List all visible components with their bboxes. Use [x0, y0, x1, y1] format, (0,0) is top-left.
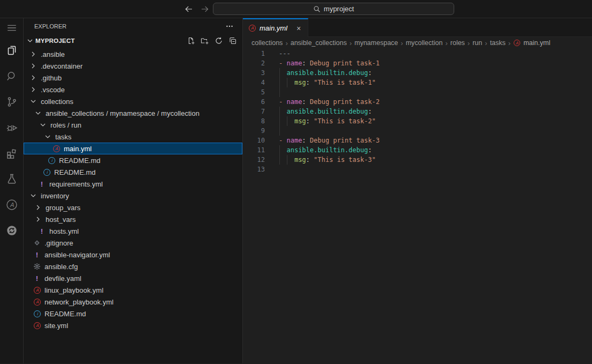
breadcrumb-separator-icon: › [508, 39, 510, 47]
tree-item-network-playbook-yml[interactable]: Anetwork_playbook.yml [24, 296, 242, 308]
tree-item-linux-playbook-yml[interactable]: Alinux_playbook.yml [24, 284, 242, 296]
tree-item-ansible[interactable]: .ansible [24, 48, 242, 60]
chevron-right-icon[interactable] [29, 85, 38, 94]
close-tab-icon[interactable]: × [294, 24, 304, 33]
tree-item-collections[interactable]: collections [24, 95, 242, 107]
chevron-right-icon[interactable] [34, 215, 42, 224]
code-line-content: msg: "This is task-2" [279, 116, 376, 126]
tree-item-gitignore[interactable]: .gitignore [24, 237, 242, 249]
tree-item-host-vars[interactable]: host_vars [24, 213, 242, 225]
tree-item-readme-md[interactable]: iREADME.md [24, 166, 242, 178]
tree-item-ansible-cfg[interactable]: ansible.cfg [24, 261, 242, 272]
breadcrumb-item[interactable]: mycollection [406, 39, 443, 47]
tree-item-vscode[interactable]: .vscode [24, 84, 242, 95]
breadcrumb-item[interactable]: tasks [490, 39, 506, 47]
chevron-right-icon[interactable] [29, 62, 38, 70]
svg-text:A: A [10, 202, 14, 209]
code-line[interactable]: 7 ansible.builtin.debug: [243, 107, 592, 116]
explorer-icon[interactable] [0, 38, 23, 63]
info-file-icon: i [33, 310, 41, 318]
indent-guide [279, 87, 280, 97]
tree-item-inventory[interactable]: inventory [24, 190, 242, 202]
breadcrumb-separator-icon: › [401, 39, 403, 47]
code-line[interactable]: 3 ansible.builtin.debug: [243, 68, 592, 78]
new-folder-icon[interactable] [200, 36, 209, 46]
chevron-down-icon[interactable] [39, 121, 47, 129]
info-file-icon: i [48, 157, 56, 165]
tree-item-ansible-collections-mynamespace-mycollection[interactable]: ansible_collections / mynamespace / myco… [24, 107, 242, 119]
indent-guide [287, 116, 287, 126]
tab-main-yml[interactable]: A main.yml × [243, 18, 308, 37]
code-line[interactable]: 13 [243, 165, 592, 174]
chevron-down-icon[interactable] [34, 109, 42, 117]
tree-item-devcontainer[interactable]: .devcontainer [24, 60, 242, 72]
breadcrumb-item[interactable]: run [472, 39, 482, 47]
tree-item-label: .vscode [41, 86, 65, 94]
code-line[interactable]: 12 msg: "This is task-3" [243, 155, 592, 165]
code-line-content: ansible.builtin.debug: [279, 145, 372, 155]
extensions-icon[interactable] [0, 140, 23, 166]
history-forward-icon[interactable] [198, 3, 211, 16]
more-actions-icon[interactable] [224, 21, 235, 32]
line-number: 8 [243, 116, 265, 126]
svg-text:A: A [35, 300, 39, 304]
collapse-folders-icon[interactable] [228, 36, 237, 46]
tree-item-devfile-yaml[interactable]: !devfile.yaml [24, 272, 242, 284]
project-section-header[interactable]: MYPROJECT [24, 34, 242, 47]
code-editor[interactable]: 1---2- name: Debug print task-13 ansible… [243, 49, 592, 174]
run-and-debug-icon[interactable] [0, 115, 23, 140]
tree-item-label: ansible-navigator.yml [45, 251, 110, 259]
breadcrumb-item[interactable]: collections [251, 39, 283, 47]
tree-item-group-vars[interactable]: group_vars [24, 202, 242, 213]
tree-item-github[interactable]: .github [24, 72, 242, 84]
chevron-right-icon[interactable] [29, 50, 38, 58]
tree-item-tasks[interactable]: tasks [24, 131, 242, 143]
breadcrumb-separator-icon: › [350, 39, 352, 47]
chevron-right-icon[interactable] [34, 203, 42, 212]
tree-item-readme-md[interactable]: iREADME.md [24, 308, 242, 320]
code-line-content: ansible.builtin.debug: [279, 68, 372, 78]
testing-icon[interactable] [0, 166, 23, 192]
breadcrumb-separator-icon: › [285, 39, 287, 47]
chevron-down-icon[interactable] [29, 97, 38, 106]
code-line[interactable]: 5 [243, 87, 592, 97]
new-file-icon[interactable] [186, 36, 195, 46]
tree-item-main-yml[interactable]: Amain.yml [24, 143, 242, 154]
tree-item-readme-md[interactable]: iREADME.md [24, 154, 242, 166]
code-line[interactable]: 11 ansible.builtin.debug: [243, 145, 592, 155]
command-center-search[interactable]: myproject [213, 3, 454, 15]
code-line[interactable]: 6- name: Debug print task-2 [243, 97, 592, 107]
line-number: 6 [243, 97, 265, 107]
history-back-icon[interactable] [182, 3, 195, 16]
source-control-icon[interactable] [0, 89, 23, 115]
tree-item-hosts-yml[interactable]: !hosts.yml [24, 225, 242, 237]
tree-item-site-yml[interactable]: Asite.yml [24, 320, 242, 331]
refresh-explorer-icon[interactable] [214, 36, 223, 46]
chevron-down-icon[interactable] [43, 132, 52, 141]
ansible-icon[interactable]: A [0, 192, 23, 218]
search-icon[interactable] [0, 63, 23, 89]
code-line[interactable]: 4 msg: "This is task-1" [243, 78, 592, 87]
tree-item-roles-run[interactable]: roles / run [24, 119, 242, 131]
code-line[interactable]: 8 msg: "This is task-2" [243, 116, 592, 126]
breadcrumb-item[interactable]: roles [450, 39, 465, 47]
code-line[interactable]: 1--- [243, 49, 592, 58]
breadcrumb-item[interactable]: mynamespace [354, 39, 398, 47]
chevron-down-icon[interactable] [29, 191, 38, 200]
chevron-right-icon[interactable] [29, 73, 38, 82]
line-number: 2 [243, 58, 265, 68]
menu-icon[interactable] [0, 18, 23, 38]
tree-item-label: README.md [59, 157, 100, 165]
code-line[interactable]: 9 [243, 126, 592, 136]
tree-item-label: roles / run [50, 121, 82, 129]
sidebar-title: EXPLORER [34, 23, 224, 29]
breadcrumb-item[interactable]: ansible_collections [291, 39, 347, 47]
breadcrumb-item-current[interactable]: Amain.yml [513, 39, 550, 47]
tree-item-requirements-yml[interactable]: !requirements.yml [24, 178, 242, 190]
sync-icon[interactable] [0, 218, 23, 243]
ansible-file-icon: A [33, 286, 41, 294]
code-line[interactable]: 2- name: Debug print task-1 [243, 58, 592, 68]
tree-item-ansible-navigator-yml[interactable]: !ansible-navigator.yml [24, 249, 242, 261]
tree-item-label: group_vars [46, 204, 80, 212]
code-line[interactable]: 10- name: Debug print task-3 [243, 136, 592, 145]
